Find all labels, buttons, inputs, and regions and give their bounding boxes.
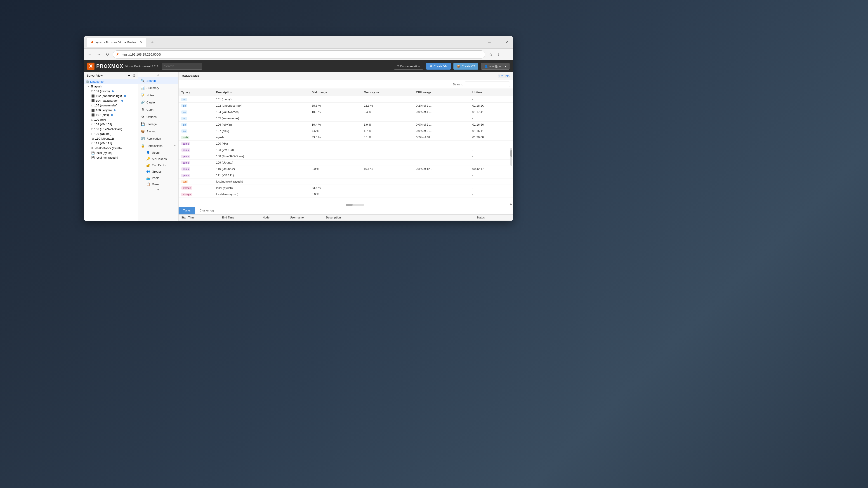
download-btn[interactable]: ⇩ <box>496 51 502 58</box>
col-description-task[interactable]: Description <box>326 216 476 219</box>
menu-notes[interactable]: 📝 Notes <box>138 92 178 99</box>
tree-106-jelly[interactable]: ⬛ 106 (jellyfin) <box>84 108 138 112</box>
settings-icon[interactable]: ⚙ <box>132 73 135 78</box>
table-row[interactable]: storage local (ayush) 33.6 % - <box>179 185 513 191</box>
tree-103-vm103[interactable]: □ 103 (VM 103) <box>84 122 138 127</box>
tab-close-btn[interactable]: ✕ <box>140 40 143 44</box>
cell-description: localnetwork (ayush) <box>213 178 309 185</box>
menu-search[interactable]: 🔍 Search <box>138 77 178 84</box>
table-row[interactable]: qemu 100 (HA) - <box>179 140 513 147</box>
maximize-btn[interactable]: □ <box>495 39 501 45</box>
menu-cluster[interactable]: 🔗 Cluster <box>138 99 178 106</box>
forward-btn[interactable]: → <box>95 51 102 58</box>
col-type[interactable]: Type ↑ <box>179 89 213 96</box>
menu-storage[interactable]: 💾 Storage <box>138 121 178 128</box>
table-row[interactable]: sdn localnetwork (ayush) - <box>179 178 513 185</box>
col-node[interactable]: Node <box>263 216 290 219</box>
server-view-select[interactable]: Server View <box>86 74 131 77</box>
cell-description: 100 (HA) <box>213 140 309 147</box>
scroll-right-icon[interactable]: ▶ <box>510 203 512 206</box>
back-btn[interactable]: ← <box>86 51 93 58</box>
menu-summary[interactable]: 📊 Summary <box>138 84 178 92</box>
table-row[interactable]: lxc 101 (dashy) - <box>179 96 513 103</box>
minimize-btn[interactable]: ─ <box>486 39 493 45</box>
refresh-btn[interactable]: ↻ <box>104 51 111 58</box>
menu-scroll-up[interactable]: ▲ <box>138 72 178 77</box>
address-bar[interactable]: ✗ https://192.168.29.226:8006/ <box>113 51 485 59</box>
table-row[interactable]: qemu 103 (VM 103) - <box>179 147 513 153</box>
col-user-name[interactable]: User name <box>290 216 326 219</box>
col-cpu[interactable]: CPU usage <box>413 89 470 96</box>
tree-node-ayush[interactable]: ▾ 🖥 ayush <box>84 84 138 89</box>
content-search-input[interactable] <box>465 82 510 87</box>
col-disk[interactable]: Disk usage... <box>309 89 361 96</box>
permissions-expand-icon: ▾ <box>174 144 176 147</box>
tasks-tab[interactable]: Tasks <box>179 207 195 215</box>
tree-105-zone[interactable]: □ 105 (zoneminder) <box>84 103 138 108</box>
menu-options[interactable]: ⚙ Options <box>138 113 178 121</box>
col-description[interactable]: Description <box>213 89 309 96</box>
col-status[interactable]: Status <box>476 216 510 219</box>
tree-111-vm111[interactable]: □ 111 (VM 111) <box>84 141 138 146</box>
table-row[interactable]: node ayush 33.6 % 8.1 % 0.2% of 48 ... 0… <box>179 134 513 140</box>
browser-tab[interactable]: ✗ ayush - Proxmox Virtual Enviro... ✕ <box>87 38 146 47</box>
col-memory[interactable]: Memory us... <box>361 89 413 96</box>
pve-search-input[interactable] <box>162 63 202 70</box>
create-ct-btn[interactable]: 📦 Create CT <box>454 63 478 70</box>
create-vm-btn[interactable]: 🖥 Create VM <box>426 63 451 70</box>
col-end-time[interactable]: End Time <box>222 216 263 219</box>
table-row[interactable]: lxc 106 (jellyfin) 10.4 % 1.9 % 0.0% of … <box>179 122 513 128</box>
table-row[interactable]: storage local-lvm (ayush) 5.6 % - <box>179 191 513 197</box>
docs-btn[interactable]: ? Documentation <box>394 63 423 70</box>
cell-memory <box>361 115 413 122</box>
menu-roles[interactable]: 📋 Roles <box>138 181 178 187</box>
sdn-icon: ⊞ <box>91 147 94 150</box>
table-row[interactable]: lxc 105 (zoneminder) - <box>179 115 513 122</box>
tree-102-paperless[interactable]: ⬛ 102 (paperless-ngx) <box>84 94 138 98</box>
tree-datacenter[interactable]: 🏢 Datacenter <box>84 79 138 84</box>
cell-uptime: - <box>470 172 513 178</box>
menu-scroll-down[interactable]: ▼ <box>138 187 178 192</box>
cell-memory <box>361 153 413 160</box>
user-menu-btn[interactable]: 👤 root@pam ▾ <box>481 63 509 70</box>
bookmark-btn[interactable]: ☆ <box>488 51 494 58</box>
table-row[interactable]: qemu 111 (VM 111) - <box>179 172 513 178</box>
menu-users[interactable]: 👤 Users <box>138 149 178 156</box>
table-row[interactable]: lxc 107 (plex) 7.6 % 1.7 % 0.0% of 2 ...… <box>179 128 513 134</box>
resource-table: Type ↑ Description Disk usage... Memory … <box>179 89 513 207</box>
tree-104-vault[interactable]: ⬛ 104 (vaultwarden) <box>84 98 138 103</box>
menu-pools[interactable]: 🏊 Pools <box>138 175 178 181</box>
menu-ceph[interactable]: 🗄 Ceph <box>138 106 178 113</box>
new-tab-btn[interactable]: + <box>149 38 156 46</box>
menu-two-factor[interactable]: 🔐 Two Factor <box>138 162 178 168</box>
close-btn[interactable]: ✕ <box>503 39 510 45</box>
tree-108-truenas[interactable]: □ 108 (TrueNAS-Scale) <box>84 127 138 131</box>
vertical-scrollbar[interactable] <box>510 148 512 166</box>
horizontal-scrollbar[interactable] <box>346 204 364 206</box>
menu-api-tokens[interactable]: 🔑 API Tokens <box>138 156 178 162</box>
table-row[interactable]: qemu 110 (Ubuntu2) 0.0 % 10.1 % 0.3% of … <box>179 166 513 172</box>
tree-109-ubuntu[interactable]: □ 109 (Ubuntu) <box>84 131 138 136</box>
help-btn[interactable]: ? ? Help <box>498 74 510 78</box>
tree-107-plex[interactable]: ⬛ 107 (plex) <box>84 112 138 117</box>
table-row[interactable]: qemu 109 (Ubuntu) - <box>179 160 513 166</box>
tree-local-lvm[interactable]: 💾 local-lvm (ayush) <box>84 155 138 160</box>
tree-110-ubuntu2[interactable]: 🖥 110 (Ubuntu2) <box>84 136 138 141</box>
table-row[interactable]: lxc 104 (vaultwarden) 10.8 % 0.4 % 0.0% … <box>179 109 513 115</box>
tree-100-ha[interactable]: □ 100 (HA) <box>84 117 138 122</box>
tree-101-dashy[interactable]: □ 101 (dashy) <box>84 89 138 94</box>
col-uptime[interactable]: Uptime <box>470 89 513 96</box>
tree-local-ayush[interactable]: 💾 local (ayush) <box>84 151 138 155</box>
permissions-icon: 🔒 <box>141 144 145 148</box>
proxmox-logo: X PROXMOX Virtual Environment 8.2.2 <box>87 63 158 70</box>
tree-localnetwork[interactable]: ⊞ localnetwork (ayush) <box>84 146 138 151</box>
col-start-time[interactable]: Start Time ↓ <box>181 216 222 219</box>
menu-btn[interactable]: ⋮ <box>504 51 510 58</box>
menu-permissions[interactable]: 🔒 Permissions ▾ <box>138 142 178 149</box>
menu-backup[interactable]: 📦 Backup <box>138 128 178 135</box>
menu-replication[interactable]: 🔄 Replication <box>138 135 178 142</box>
table-row[interactable]: lxc 102 (paperless-ngx) 65.8 % 22.3 % 0.… <box>179 103 513 109</box>
table-row[interactable]: qemu 108 (TrueNAS-Scale) - <box>179 153 513 160</box>
menu-groups[interactable]: 👥 Groups <box>138 168 178 175</box>
cluster-log-tab[interactable]: Cluster log <box>195 207 218 215</box>
